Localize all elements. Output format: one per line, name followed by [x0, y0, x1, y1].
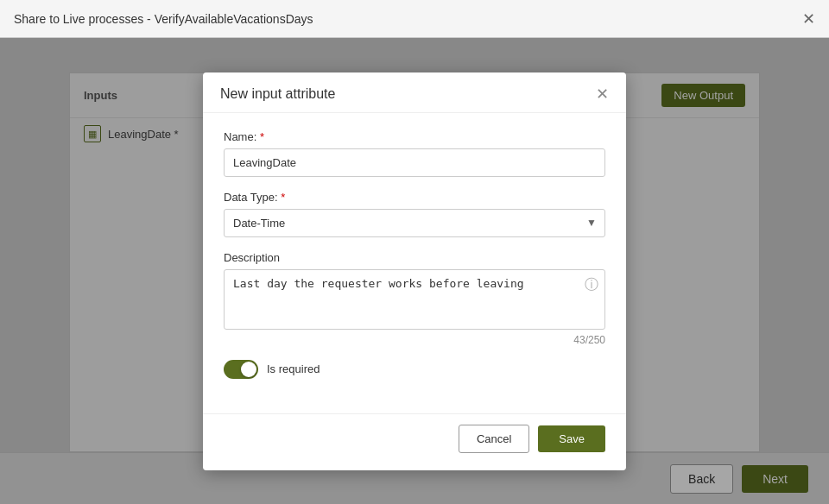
char-count: 43/250: [224, 334, 605, 346]
main-window-title: Share to Live processes - VerifyAvailabl…: [14, 12, 313, 26]
name-input[interactable]: [224, 148, 605, 177]
data-type-label: Data Type: *: [224, 191, 605, 204]
modal-dialog: New input attribute ✕ Name: *: [203, 72, 626, 470]
is-required-toggle[interactable]: [224, 360, 258, 379]
description-form-group: Description Last day the requester works…: [224, 251, 605, 346]
main-titlebar: Share to Live processes - VerifyAvailabl…: [0, 0, 829, 38]
is-required-label: Is required: [267, 362, 320, 375]
name-required-star: *: [260, 130, 264, 143]
name-label: Name: *: [224, 130, 605, 143]
name-form-group: Name: *: [224, 130, 605, 177]
data-type-form-group: Data Type: * Date-Time String Integer Bo…: [224, 191, 605, 237]
data-type-select-wrapper: Date-Time String Integer Boolean Float ▼: [224, 209, 605, 237]
main-window: Share to Live processes - VerifyAvailabl…: [0, 0, 829, 504]
modal-title: New input attribute: [220, 86, 335, 102]
modal-footer: Cancel Save: [203, 413, 626, 470]
main-close-button[interactable]: ✕: [802, 11, 815, 27]
info-circle-icon: ⓘ: [585, 276, 598, 294]
modal-overlay: New input attribute ✕ Name: *: [0, 38, 829, 504]
toggle-knob: [241, 362, 256, 377]
main-content: Inputs New Output ▦ LeavingDate * Back N…: [0, 38, 829, 504]
data-type-required-star: *: [281, 191, 285, 204]
modal-body: Name: * Data Type: * Date-Ti: [203, 113, 626, 413]
save-button[interactable]: Save: [538, 425, 605, 452]
is-required-row: Is required: [224, 360, 605, 379]
modal-titlebar: New input attribute ✕: [203, 72, 626, 113]
description-label: Description: [224, 251, 605, 264]
modal-close-button[interactable]: ✕: [596, 86, 609, 102]
description-textarea[interactable]: Last day the requester works before leav…: [224, 269, 605, 330]
cancel-button[interactable]: Cancel: [459, 425, 529, 453]
data-type-select[interactable]: Date-Time String Integer Boolean Float: [224, 209, 605, 237]
textarea-wrapper: Last day the requester works before leav…: [224, 269, 605, 332]
